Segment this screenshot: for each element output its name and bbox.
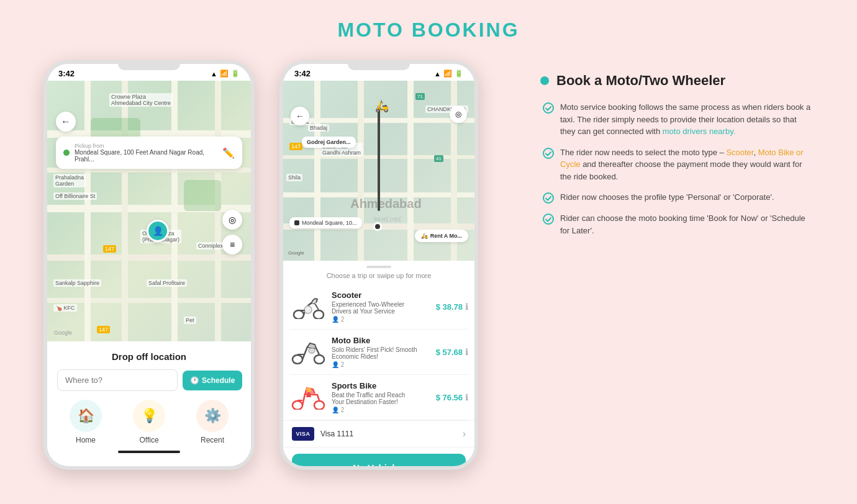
destination-home[interactable]: 🏠 Home [57,400,114,444]
map-label-bhadaj: Bhadaj [308,124,329,132]
destination-office[interactable]: 💡 Office [120,400,178,444]
map-controls-left: ◎ ≡ [222,210,242,254]
sportsbike-info-icon[interactable]: ℹ [465,392,468,402]
pickup-label: Pickup from [75,143,217,149]
map-badge-147-left: 147 [103,245,116,253]
motobike-info-icon[interactable]: ℹ [465,347,468,357]
rent-scooter-icon: 🛵 [421,233,428,239]
motobike-name: Moto Bike [332,336,431,345]
map-label-sankalp: Sankalp Sapphire [53,279,101,287]
sportsbike-price-group: $ 76.56 ℹ [436,392,468,402]
map-badge-41: 41 [434,155,443,162]
motobike-capacity: 👤 2 [332,361,431,368]
sportsbike-info: Sports Bike Beat the Traffic and ReachYo… [332,381,431,413]
recent-icon-circle: ⚙️ [196,400,229,432]
svg-point-9 [543,103,553,113]
visa-icon: VISA [292,427,314,441]
main-content: 3:42 ▲ 📶 🔋 [25,60,832,470]
highlight-scooter: Scooter [726,148,753,157]
left-phone-frame: 3:42 ▲ 📶 🔋 [43,60,255,470]
info-bullets: Moto service booking follows the same pr… [543,101,814,236]
map-label-kfc: 🍗 KFC [53,304,77,312]
map-badge-147-right: 147 [289,143,302,150]
map-badge-147-left2: 147 [97,326,110,333]
svg-point-8 [306,387,311,392]
svg-point-12 [543,214,553,224]
svg-point-6 [292,401,302,410]
bullet-4: Rider can choose the moto booking time '… [543,212,814,236]
map-background-left: Crowne PlazaAhmedabad City Centre Prahal… [47,81,251,341]
map-label-pet: Pet [184,317,196,324]
google-label-right: Google [288,250,304,256]
where-to-input[interactable] [57,369,178,391]
back-button-right[interactable]: ← [291,107,309,125]
motobike-info: Moto Bike Solo Riders' First Pick! Smoot… [332,336,431,368]
info-title: Book a Moto/Two Wheeler [556,73,725,89]
book-button[interactable]: No Vehicles [292,454,466,470]
rent-badge[interactable]: 🛵 Rent A Mo... [415,230,468,242]
destination-marker: 🛵 [375,99,389,113]
check-icon-2 [543,148,554,159]
check-icon-3 [543,192,554,204]
schedule-button[interactable]: 🕐 Schedule [183,371,242,390]
left-phone: 3:42 ▲ 📶 🔋 [43,60,255,470]
bullet-text-1: Moto service booking follows the same pr… [560,101,814,138]
status-time-left: 3:42 [58,69,75,78]
svg-point-7 [314,401,324,410]
locate-button-left[interactable]: ◎ [222,210,242,230]
clock-icon: 🕐 [190,376,199,385]
info-header: Book a Moto/Two Wheeler [540,73,814,89]
highlight-motobike: Moto Bike or Cycle [560,148,804,169]
pickup-dot [63,150,70,156]
vehicle-list: Scooter Experienced Two-WheelerDrivers a… [283,284,474,420]
bullet-1: Moto service booking follows the same pr… [543,101,814,138]
battery-icon: 🔋 [231,70,240,78]
info-dot [540,76,549,85]
rent-text: Rent A Mo... [430,233,462,239]
locate-button-right[interactable]: ◎ [450,106,467,123]
motobike-price: $ 57.68 [436,348,463,357]
status-icons-left: ▲ 📶 🔋 [211,70,240,78]
pickup-edit-icon[interactable]: ✏️ [222,147,235,159]
scooter-price-group: $ 38.78 ℹ [436,302,468,312]
bullet-text-4: Rider can choose the moto booking time '… [560,212,814,236]
chevron-right-icon: › [463,428,466,439]
svg-point-0 [294,310,304,319]
vehicle-item-motobike[interactable]: Moto Bike Solo Riders' First Pick! Smoot… [289,330,468,375]
scooter-info: Scooter Experienced Two-WheelerDrivers a… [332,290,431,323]
sportsbike-icon [289,384,327,412]
right-phone: 3:42 ▲ 📶 🔋 [279,60,478,470]
svg-point-4 [314,355,324,364]
scooter-info-icon[interactable]: ℹ [465,302,468,312]
map-area-left: Crowne PlazaAhmedabad City Centre Prahal… [47,81,251,341]
svg-point-10 [543,148,553,158]
filter-button-left[interactable]: ≡ [222,235,242,254]
recent-label: Recent [201,436,224,444]
signal-icon-right: 📶 [443,70,452,78]
destination-label: Godrej Garden... [302,137,356,148]
drop-off-title: Drop off location [57,351,241,362]
notch-left [118,64,180,70]
origin-text: Mondeal Square, 10... [302,220,357,226]
map-label-safal: Safal Profitaire [147,279,187,287]
bullet-text-2: The rider now needs to select the moto t… [560,146,814,183]
right-phone-frame: 3:42 ▲ 📶 🔋 [279,60,478,470]
bottom-panel-left: Drop off location 🕐 Schedule 🏠 Home 💡 [47,341,251,463]
svg-point-5 [309,348,315,353]
schedule-label: Schedule [202,376,235,385]
swipe-handle [366,266,391,268]
vehicle-item-scooter[interactable]: Scooter Experienced Two-WheelerDrivers a… [289,284,468,330]
status-time-right: 3:42 [294,69,311,78]
destination-recent[interactable]: ⚙️ Recent [184,400,241,444]
back-button-left[interactable]: ← [56,112,76,132]
vehicle-item-sportsbike[interactable]: Sports Bike Beat the Traffic and ReachYo… [289,375,468,420]
map-label-crowne: Crowne PlazaAhmedabad City Centre [109,93,173,107]
map-label-billionaire: Off Billionaire St [53,192,97,200]
user-location-marker: 👤 [147,220,169,242]
office-label: Office [139,436,158,444]
info-panel: Book a Moto/Two Wheeler Moto service boo… [528,60,814,249]
payment-row[interactable]: VISA Visa 1111 › [283,420,474,448]
home-label: Home [76,436,96,444]
pickup-address: Mondeal Square, 100 Feet Anand Nagar Roa… [75,149,217,163]
google-label-left: Google [52,329,74,336]
